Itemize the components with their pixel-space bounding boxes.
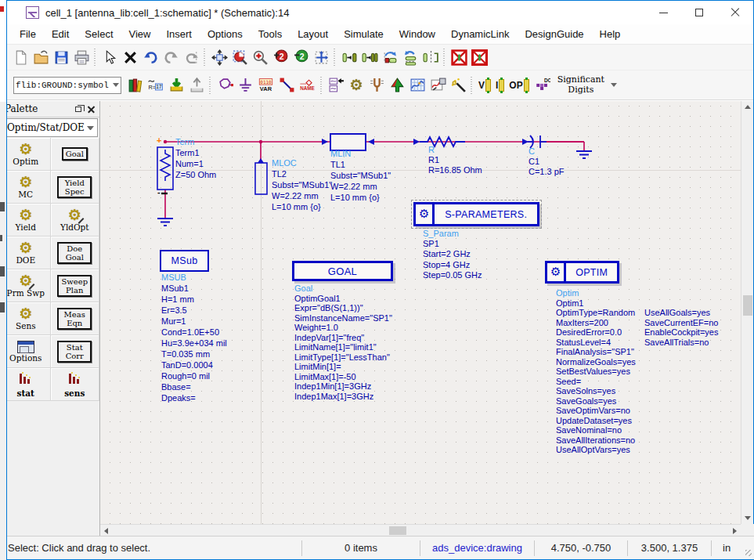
swap-component-button[interactable] — [380, 47, 400, 67]
menu-item-dynamiclink[interactable]: DynamicLink — [443, 26, 517, 42]
menu-item-edit[interactable]: Edit — [44, 26, 77, 42]
component-tl2-mloc[interactable] — [255, 158, 267, 194]
palette-item-sens-hist[interactable]: sens — [51, 368, 100, 401]
palette-item-yield[interactable]: ⚙Yield — [2, 204, 51, 237]
maximize-button[interactable] — [681, 1, 717, 24]
insert-wire-name-button[interactable]: NAME — [297, 75, 318, 96]
palette-item-meas-eqn[interactable]: Meas Eqn — [51, 302, 100, 335]
zoom-out-2x-button[interactable]: 2 — [290, 47, 311, 67]
insert-port-button[interactable] — [215, 75, 235, 96]
menu-item-select[interactable]: Select — [77, 26, 121, 42]
palette-item-prm-swp[interactable]: ⚙Prm Swp — [2, 269, 51, 302]
optim-box[interactable]: ⚙ OPTIM — [545, 261, 619, 284]
voltage-probe-button[interactable]: V — [476, 75, 493, 96]
deactivate-restore-button[interactable] — [469, 47, 489, 67]
schematic-canvas[interactable]: + - TermTerm1Num=1Z=50 Ohm MLOCTL2Subst=… — [100, 101, 741, 524]
simulation-settings-button[interactable]: ⚙ — [346, 75, 366, 96]
smart-simulation-wizard-button[interactable] — [448, 75, 468, 96]
scroll-right-button[interactable] — [729, 525, 741, 537]
menu-item-options[interactable]: Options — [200, 26, 251, 42]
current-probe-button[interactable]: I — [493, 75, 507, 96]
ground-right[interactable] — [576, 151, 592, 158]
copy-component-button[interactable] — [359, 47, 380, 67]
gear-pencil-icon: ⚙ — [68, 208, 81, 222]
menu-item-view[interactable]: View — [121, 26, 159, 42]
horizontal-scrollbar[interactable] — [100, 524, 741, 536]
zoom-in-2x-button[interactable]: 2 — [270, 47, 290, 67]
menu-item-layout[interactable]: Layout — [290, 26, 336, 42]
gear-icon: ⚙ — [19, 142, 32, 157]
palette-item-doe[interactable]: ⚙DOE — [2, 237, 51, 269]
s-parameters-box[interactable]: ⚙ S-PARAMETERS. — [413, 202, 539, 226]
resize-grip[interactable] — [741, 537, 754, 559]
menu-item-file[interactable]: File — [12, 26, 44, 42]
msub-box[interactable]: MSub — [160, 250, 209, 272]
minimize-button[interactable] — [645, 1, 681, 24]
horizontal-scroll-thumb[interactable] — [389, 526, 406, 535]
rotate-component-button[interactable] — [400, 47, 420, 67]
close-button[interactable] — [717, 1, 753, 24]
palette-item-yield-spec[interactable]: Yield Spec — [51, 171, 100, 204]
data-display-button[interactable] — [407, 75, 428, 96]
op-probe-button[interactable]: OP — [507, 75, 531, 96]
palette-item-goal[interactable]: Goal — [51, 138, 100, 171]
push-into-hierarchy-button[interactable] — [326, 75, 346, 96]
select-cursor-button[interactable] — [99, 47, 120, 67]
scroll-down-button[interactable] — [741, 512, 753, 524]
component-library-button[interactable] — [124, 75, 145, 96]
insert-wire-button[interactable] — [276, 75, 297, 96]
dc-annotation-button[interactable]: DC — [532, 75, 553, 96]
new-design-button[interactable] — [10, 47, 31, 67]
palette-item-yldopt[interactable]: ⚙YldOpt — [51, 204, 100, 237]
insert-component-button[interactable] — [166, 75, 186, 96]
redo-all-button[interactable] — [181, 47, 201, 67]
print-button[interactable] — [71, 47, 92, 67]
goal-box[interactable]: GOAL — [292, 261, 393, 281]
simulation-results-save-button[interactable] — [428, 75, 448, 96]
palette-item-stat[interactable]: stat — [2, 368, 51, 401]
scroll-up-button[interactable] — [741, 101, 753, 113]
insert-ground-button[interactable] — [235, 75, 255, 96]
open-design-button[interactable] — [31, 47, 51, 67]
undo-button[interactable] — [140, 47, 161, 67]
menu-item-window[interactable]: Window — [391, 26, 443, 42]
menu-item-tools[interactable]: Tools — [251, 26, 290, 42]
scroll-left-button[interactable] — [100, 525, 112, 537]
menu-item-simulate[interactable]: Simulate — [336, 26, 391, 42]
palette-item-mc[interactable]: ⚙MC — [2, 171, 51, 204]
zoom-area-button[interactable] — [229, 47, 250, 67]
palette-item-optim[interactable]: ⚙Optim — [2, 138, 51, 171]
zoom-in-button[interactable] — [250, 47, 270, 67]
mirror-component-button[interactable] — [420, 47, 441, 67]
deactivate-component-button[interactable] — [449, 47, 469, 67]
zoom-selection-button[interactable] — [311, 47, 331, 67]
export-component-button[interactable] — [186, 75, 207, 96]
vertical-scrollbar[interactable] — [741, 101, 753, 524]
probe-pin-icon — [499, 79, 504, 92]
redo-button[interactable] — [161, 47, 181, 67]
simulate-button[interactable] — [387, 75, 407, 96]
move-component-button[interactable] — [339, 47, 359, 67]
palette-category-select[interactable]: Optim/Stat/DOE — [3, 118, 98, 137]
options-window-icon — [17, 341, 34, 353]
insert-var-button[interactable]: 0110VAR — [255, 75, 276, 96]
palette-item-doe-goal[interactable]: Doe Goal — [51, 237, 100, 269]
display-parameter-button[interactable]: R=17 — [145, 75, 166, 96]
palette-item-sweep-plan[interactable]: Sweep Plan — [51, 269, 100, 302]
delete-button[interactable] — [120, 47, 140, 67]
optim-labels-col2: UseAllGoals=yesSaveCurrentEF=noEnableCoc… — [644, 308, 718, 347]
palette-item-stat-corr[interactable]: Stat Corr — [51, 335, 100, 368]
vertical-scroll-thumb[interactable] — [743, 295, 752, 316]
save-button[interactable] — [51, 47, 71, 67]
significant-digits-dropdown[interactable]: Significant Digits — [557, 75, 617, 95]
palette-item-options[interactable]: Options — [2, 335, 51, 368]
pan-view-button[interactable] — [209, 47, 229, 67]
component-history-combo[interactable]: flib:GROUND:symbol — [13, 77, 121, 94]
palette-close-button[interactable] — [85, 103, 96, 114]
palette-item-sens[interactable]: ⚙Sens — [2, 302, 51, 335]
menu-item-insert[interactable]: Insert — [158, 26, 200, 42]
palette-float-button[interactable] — [73, 103, 84, 114]
tune-parameters-button[interactable] — [366, 75, 387, 96]
menu-item-help[interactable]: Help — [592, 26, 629, 42]
menu-item-designguide[interactable]: DesignGuide — [517, 26, 591, 42]
